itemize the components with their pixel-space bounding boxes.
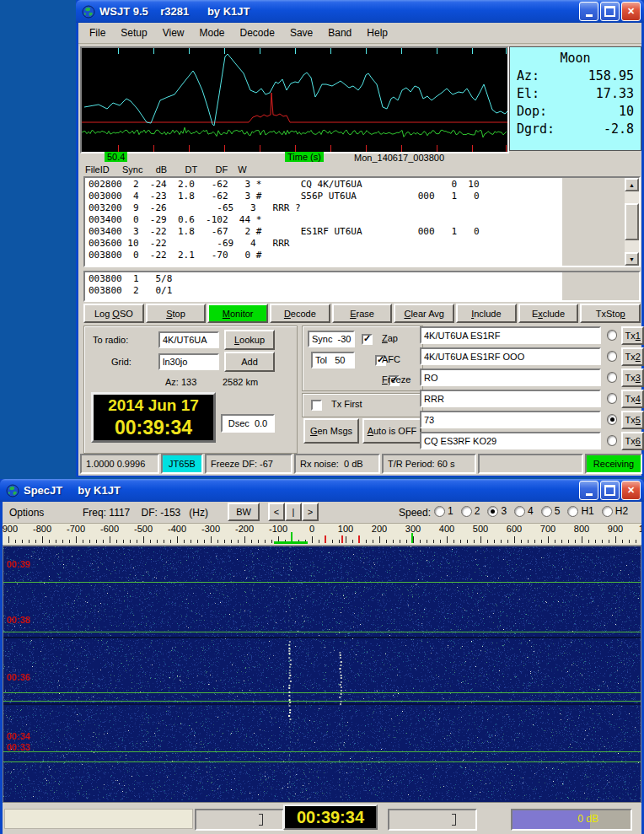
menu-mode[interactable]: Mode <box>192 24 233 41</box>
speed-option-4[interactable]: 4 <box>514 505 534 517</box>
sync-field[interactable]: Sync -30 <box>308 331 355 347</box>
scroll-down-icon[interactable]: ▼ <box>625 252 639 266</box>
decode-button[interactable]: Decode <box>270 304 330 323</box>
bw-button[interactable]: BW <box>228 503 260 521</box>
menu-file[interactable]: File <box>82 24 113 41</box>
speed-radio-2[interactable] <box>461 506 472 517</box>
menu-setup[interactable]: Setup <box>113 24 154 41</box>
lookup-button[interactable]: Lookup <box>224 330 275 350</box>
maximize-button[interactable] <box>600 2 620 21</box>
minimize-button[interactable] <box>579 481 598 500</box>
tx-select-radio-6[interactable] <box>607 435 618 446</box>
tx-message-field-4[interactable]: RRR <box>420 390 601 407</box>
speed-option-5[interactable]: 5 <box>541 505 561 517</box>
menu-view[interactable]: View <box>155 24 192 41</box>
gain-slider-1[interactable] <box>195 809 284 831</box>
scroll-up-icon[interactable]: ▲ <box>625 178 639 191</box>
tx-message-field-5[interactable]: 73 <box>420 411 601 428</box>
maximize-button[interactable] <box>600 481 620 500</box>
include-button[interactable]: Include <box>456 304 517 323</box>
decode-listbox[interactable]: 002800 2 -24 2.0 -62 3 * CQ 4K/UT6UA 0 1… <box>83 176 641 267</box>
wsjt-window: WSJT 9.5 r3281 by K1JT ✕ FileSetupViewMo… <box>76 0 644 477</box>
tx3-button[interactable]: Tx3 <box>621 369 644 387</box>
slider-handle-icon[interactable] <box>452 814 456 826</box>
ruler-label: 300 <box>405 524 421 534</box>
tol-field[interactable]: Tol 50 <box>311 352 355 369</box>
log-qso-button[interactable]: Log QSO <box>83 304 144 323</box>
speed-radio-4[interactable] <box>514 506 525 517</box>
dsec-field[interactable]: Dsec 0.0 <box>221 414 275 433</box>
speed-radio-5[interactable] <box>541 506 552 517</box>
gain-slider-2[interactable] <box>388 809 477 831</box>
menu-decode[interactable]: Decode <box>233 24 282 41</box>
tx5-button[interactable]: Tx5 <box>621 411 644 429</box>
txstop-button[interactable]: TxStop <box>580 304 641 323</box>
level-meter: 0 dB <box>511 809 632 831</box>
grid-input[interactable]: ln30jo <box>158 353 219 370</box>
tx-message-field-2[interactable]: 4K/UT6UA ES1RF OOO <box>420 347 601 365</box>
ruler-minor-tick <box>541 540 542 543</box>
speed-option-1[interactable]: 1 <box>434 505 453 517</box>
file-stamp: Mon_140617_003800 <box>354 153 444 163</box>
monitor-button[interactable]: Monitor <box>207 304 268 323</box>
auto-button[interactable]: Auto is OFF <box>362 418 421 444</box>
avg-decode-box[interactable]: 003800 1 5/8 003800 2 0/1 <box>83 271 641 302</box>
menu-save[interactable]: Save <box>282 24 320 41</box>
signal-marker-red <box>358 535 360 543</box>
erase-button[interactable]: Erase <box>332 304 393 323</box>
scrollbar-thumb[interactable] <box>625 203 639 240</box>
clear-avg-button[interactable]: Clear Avg <box>394 304 454 323</box>
speed-option-2[interactable]: 2 <box>461 505 480 517</box>
minimize-button[interactable] <box>579 2 598 21</box>
speed-radio-h2[interactable] <box>602 506 613 517</box>
tx-message-field-3[interactable]: RO <box>420 369 601 386</box>
close-button[interactable]: ✕ <box>621 481 641 500</box>
tx-select-radio-2[interactable] <box>607 351 618 362</box>
menu-help[interactable]: Help <box>359 24 395 41</box>
freq-center-button[interactable]: | <box>285 503 302 521</box>
tx-message-field-1[interactable]: 4K/UT6UA ES1RF <box>420 326 601 344</box>
tx6-button[interactable]: Tx6 <box>621 432 644 450</box>
tx4-button[interactable]: Tx4 <box>621 390 644 408</box>
speed-radio-h1[interactable] <box>567 506 578 517</box>
ruler-minor-tick <box>420 540 421 543</box>
speed-radio-group: 12345H1H2 <box>434 505 628 517</box>
ruler-minor-tick <box>339 540 340 543</box>
signal-marker-red <box>325 535 326 543</box>
speed-option-h2[interactable]: H2 <box>602 505 628 517</box>
waterfall[interactable]: 00:3900:3800:3600:3400:33 <box>3 546 641 803</box>
freq-left-button[interactable]: < <box>268 503 285 521</box>
decode-scrollbar[interactable]: ▲ ▼ <box>625 178 639 266</box>
speed-radio-1[interactable] <box>434 506 445 517</box>
ruler-minor-tick <box>130 540 131 543</box>
tx-message-field-6[interactable]: CQ ES3RF KO29 <box>420 432 601 449</box>
close-button[interactable]: ✕ <box>621 2 641 21</box>
speed-radio-3[interactable] <box>487 506 498 517</box>
tx-select-radio-1[interactable] <box>607 330 618 341</box>
speed-option-h1[interactable]: H1 <box>567 505 593 517</box>
gen-msgs-button[interactable]: Gen Msgs <box>303 418 359 444</box>
exclude-button[interactable]: Exclude <box>518 304 579 323</box>
wsjt-titlebar[interactable]: WSJT 9.5 r3281 by K1JT ✕ <box>76 0 644 23</box>
tx2-button[interactable]: Tx2 <box>621 347 644 366</box>
freq-right-button[interactable]: > <box>302 503 319 521</box>
zap-checkbox[interactable] <box>362 334 373 345</box>
ruler-minor-tick <box>49 540 50 543</box>
tx-select-radio-5[interactable] <box>607 414 618 425</box>
ruler-minor-tick <box>103 540 104 543</box>
to-radio-input[interactable]: 4K/UT6UA <box>158 331 219 348</box>
tx-select-radio-3[interactable] <box>607 372 618 383</box>
tx-select-radio-4[interactable] <box>607 393 618 404</box>
add-button[interactable]: Add <box>224 352 275 372</box>
ruler-label: -500 <box>134 524 153 534</box>
tx1-button[interactable]: Tx1 <box>621 326 644 345</box>
options-menu[interactable]: Options <box>9 507 44 519</box>
slider-handle-icon[interactable] <box>259 814 263 826</box>
waterfall-canvas[interactable] <box>3 546 641 800</box>
stop-button[interactable]: Stop <box>146 304 207 323</box>
tx-first-checkbox[interactable] <box>311 400 322 411</box>
speed-radio-label: 3 <box>501 505 507 517</box>
specjt-titlebar[interactable]: SpecJT by K1JT ✕ <box>0 479 644 502</box>
speed-option-3[interactable]: 3 <box>487 505 507 517</box>
menu-band[interactable]: Band <box>320 24 359 41</box>
